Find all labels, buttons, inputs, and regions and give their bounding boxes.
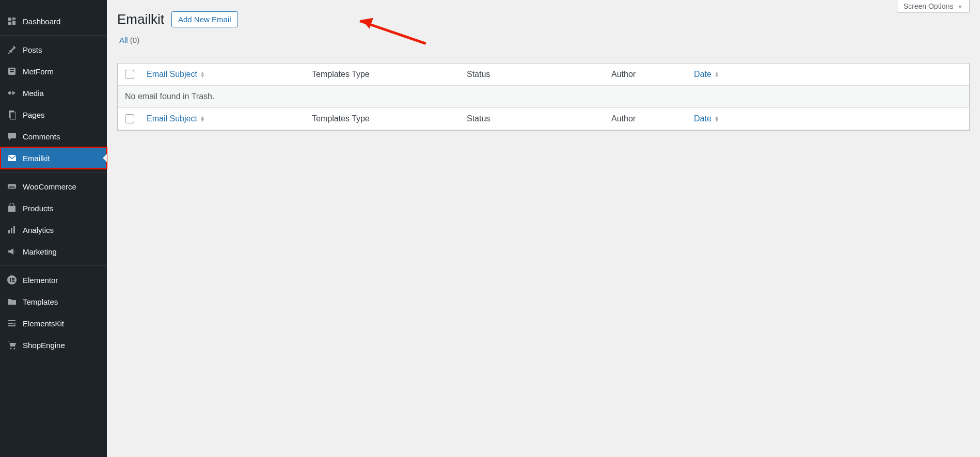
svg-point-22 [14, 348, 15, 350]
sidebar-item-label: Templates [23, 297, 58, 306]
col-header-author[interactable]: Author [611, 70, 694, 79]
sidebar-item-metform[interactable]: MetForm [0, 60, 107, 82]
svg-point-3 [8, 91, 11, 94]
sidebar-item-label: Analytics [23, 226, 54, 234]
svg-rect-5 [10, 112, 15, 119]
svg-rect-15 [12, 278, 14, 279]
email-table: Email Subject ▲▼ Templates Type Status A… [117, 63, 970, 131]
main-content: Screen Options ▼ Emailkit Add New Email … [107, 0, 980, 457]
sidebar-item-label: ShopEngine [23, 341, 65, 350]
pin-icon [6, 44, 18, 55]
empty-message: No email found in Trash. [125, 92, 214, 101]
sort-icon: ▲▼ [200, 116, 205, 122]
sidebar-item-label: Comments [23, 132, 60, 141]
select-all-checkbox[interactable] [125, 70, 134, 79]
svg-rect-11 [11, 228, 12, 233]
svg-rect-9 [8, 206, 15, 212]
sidebar-item-templates[interactable]: Templates [0, 291, 107, 312]
filter-all-count: (0) [130, 36, 139, 44]
sidebar-item-label: Elementor [23, 276, 58, 285]
col-footer-status[interactable]: Status [467, 114, 611, 123]
woo-icon: woo [6, 181, 18, 192]
sidebar-item-label: Posts [23, 45, 42, 54]
svg-rect-14 [10, 278, 11, 282]
screen-options-button[interactable]: Screen Options ▼ [897, 0, 970, 13]
sidebar-item-label: WooCommerce [23, 182, 76, 191]
sidebar-item-label: MetForm [23, 67, 54, 76]
table-footer-row: Email Subject ▲▼ Templates Type Status A… [118, 108, 969, 130]
add-new-email-button[interactable]: Add New Email [171, 11, 238, 27]
sidebar-item-comments[interactable]: Comments [0, 125, 107, 147]
svg-rect-17 [12, 281, 14, 282]
col-header-status[interactable]: Status [467, 70, 611, 79]
sidebar-item-label: Pages [23, 111, 45, 119]
dashboard-icon [6, 15, 18, 27]
megaphone-icon [6, 246, 18, 257]
select-all-checkbox-footer[interactable] [125, 114, 134, 123]
sidebar-item-media[interactable]: Media [0, 82, 107, 104]
svg-rect-12 [13, 226, 15, 233]
sidebar-item-elementor[interactable]: Elementor [0, 269, 107, 291]
metform-icon [6, 66, 18, 77]
sort-icon: ▲▼ [715, 71, 719, 77]
col-footer-author[interactable]: Author [611, 114, 694, 123]
sidebar-item-dashboard[interactable]: Dashboard [0, 10, 107, 32]
svg-rect-6 [8, 155, 16, 161]
analytics-icon [6, 224, 18, 235]
svg-rect-2 [10, 71, 14, 72]
sidebar-item-analytics[interactable]: Analytics [0, 219, 107, 241]
col-footer-date[interactable]: Date ▲▼ [694, 114, 962, 123]
folder-icon [6, 296, 18, 307]
filter-all-link[interactable]: All [119, 36, 128, 44]
elementskit-icon [6, 318, 18, 329]
sort-icon: ▲▼ [200, 71, 205, 77]
admin-sidebar: Dashboard Posts MetForm Media Pages Comm… [0, 0, 107, 457]
sidebar-item-label: Products [23, 204, 53, 213]
svg-rect-10 [8, 230, 10, 233]
filter-links: All (0) [119, 36, 968, 44]
sidebar-item-marketing[interactable]: Marketing [0, 241, 107, 262]
sidebar-item-shopengine[interactable]: ShopEngine [0, 334, 107, 356]
col-footer-subject[interactable]: Email Subject ▲▼ [147, 114, 312, 123]
svg-rect-1 [10, 69, 14, 70]
col-header-subject[interactable]: Email Subject ▲▼ [147, 70, 312, 79]
svg-rect-19 [8, 323, 13, 324]
email-icon [6, 152, 18, 164]
products-icon [6, 202, 18, 214]
table-header-row: Email Subject ▲▼ Templates Type Status A… [118, 64, 969, 86]
sidebar-item-label: Media [23, 89, 44, 98]
svg-rect-18 [8, 320, 15, 321]
sidebar-item-emailkit[interactable]: Emailkit [0, 147, 107, 169]
sidebar-item-pages[interactable]: Pages [0, 104, 107, 125]
elementor-icon [6, 274, 18, 286]
pages-icon [6, 109, 18, 120]
comments-icon [6, 131, 18, 142]
svg-text:woo: woo [8, 185, 15, 188]
sort-icon: ▲▼ [715, 116, 719, 122]
screen-options-label: Screen Options [904, 2, 954, 10]
cart-icon [6, 339, 18, 351]
sidebar-item-woocommerce[interactable]: woo WooCommerce [0, 176, 107, 197]
page-title: Emailkit [117, 11, 164, 27]
svg-rect-20 [8, 325, 15, 326]
sidebar-item-products[interactable]: Products [0, 197, 107, 219]
sidebar-item-posts[interactable]: Posts [0, 39, 107, 60]
sidebar-item-label: Emailkit [23, 154, 50, 163]
svg-rect-16 [12, 279, 14, 280]
col-header-date[interactable]: Date ▲▼ [694, 70, 962, 79]
col-header-templates[interactable]: Templates Type [312, 70, 467, 79]
table-empty-row: No email found in Trash. [118, 86, 969, 108]
sidebar-item-label: Dashboard [23, 17, 60, 26]
sidebar-item-label: Marketing [23, 247, 57, 256]
chevron-down-icon: ▼ [957, 4, 963, 10]
col-footer-templates[interactable]: Templates Type [312, 114, 467, 123]
sidebar-item-label: ElementsKit [23, 319, 64, 328]
sidebar-item-elementskit[interactable]: ElementsKit [0, 312, 107, 334]
media-icon [6, 87, 18, 99]
svg-point-21 [10, 348, 12, 350]
